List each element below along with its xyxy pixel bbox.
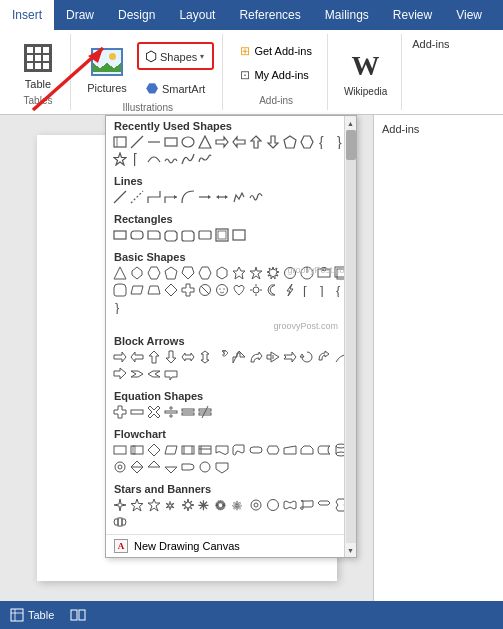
basic-shape-no[interactable]	[197, 282, 213, 298]
fc-stored-data[interactable]	[316, 442, 332, 458]
fc-loop-limit[interactable]	[299, 442, 315, 458]
ba-prev[interactable]	[146, 366, 162, 382]
basic-shape-9[interactable]	[248, 265, 264, 281]
fc-data[interactable]	[163, 442, 179, 458]
eq-plus[interactable]	[112, 404, 128, 420]
banner-wave[interactable]	[282, 497, 298, 513]
shape-freeform[interactable]	[231, 189, 247, 205]
ba-notched[interactable]	[282, 349, 298, 365]
fc-process[interactable]	[112, 442, 128, 458]
shape-snip-round[interactable]	[180, 227, 196, 243]
fc-manual-input[interactable]	[282, 442, 298, 458]
ba-lr[interactable]	[180, 349, 196, 365]
tab-insert[interactable]: Insert	[0, 0, 54, 30]
eq-times[interactable]	[146, 404, 162, 420]
star-16pt[interactable]: ❋	[231, 497, 247, 513]
new-drawing-canvas-button[interactable]: A New Drawing Canvas	[106, 534, 356, 557]
shape-rectangle[interactable]	[112, 227, 128, 243]
star-4pt[interactable]	[112, 497, 128, 513]
ba-quad[interactable]	[214, 349, 230, 365]
ba-right[interactable]	[112, 349, 128, 365]
shape-snip2-corner[interactable]	[163, 227, 179, 243]
star-6pt[interactable]	[146, 497, 162, 513]
get-addins-button[interactable]: ⊞ Get Add-ins	[233, 40, 318, 62]
basic-shape-2[interactable]	[129, 265, 145, 281]
fc-off-page[interactable]	[214, 459, 230, 475]
shape-elbow-arrow[interactable]	[163, 189, 179, 205]
basic-shape-cross[interactable]	[180, 282, 196, 298]
shape-oval[interactable]	[180, 134, 196, 150]
star-5pt[interactable]	[129, 497, 145, 513]
shape-curve[interactable]	[180, 151, 196, 167]
basic-shape-10[interactable]	[265, 265, 281, 281]
shape-scribble[interactable]	[248, 189, 264, 205]
shape-textbox[interactable]	[112, 134, 128, 150]
star-7pt[interactable]: ✶	[163, 497, 179, 513]
ba-ud[interactable]	[197, 349, 213, 365]
ba-down[interactable]	[163, 349, 179, 365]
fc-direct-access[interactable]	[112, 459, 128, 475]
basic-shape-heart[interactable]	[231, 282, 247, 298]
status-layout[interactable]	[70, 608, 86, 622]
basic-shape-trapezoid[interactable]	[146, 282, 162, 298]
shape-down-arrow[interactable]	[265, 134, 281, 150]
basic-shape-bolt[interactable]	[282, 282, 298, 298]
tab-references[interactable]: References	[227, 0, 312, 30]
basic-shape-5[interactable]	[180, 265, 196, 281]
shape-line-dashed[interactable]	[129, 189, 145, 205]
tab-layout[interactable]: Layout	[167, 0, 227, 30]
fc-preparation[interactable]	[265, 442, 281, 458]
star-32pt[interactable]	[265, 497, 281, 513]
basic-shape-14[interactable]	[112, 282, 128, 298]
tab-view[interactable]: View	[444, 0, 494, 30]
fc-sort[interactable]	[129, 459, 145, 475]
star-8pt[interactable]	[180, 497, 196, 513]
shape-squiggle[interactable]	[197, 151, 213, 167]
shape-star[interactable]	[112, 151, 128, 167]
scroll-up-button[interactable]: ▲	[345, 116, 357, 130]
basic-shape-smiley[interactable]	[214, 282, 230, 298]
basic-shape-moon[interactable]	[265, 282, 281, 298]
fc-alternate[interactable]	[129, 442, 145, 458]
basic-shape-12[interactable]	[316, 265, 332, 281]
shape-line-plain[interactable]	[112, 189, 128, 205]
shape-double-arrow-line[interactable]	[214, 189, 230, 205]
shape-rect-plain[interactable]	[231, 227, 247, 243]
ba-curved2[interactable]	[316, 349, 332, 365]
pictures-button[interactable]: Pictures	[81, 40, 133, 98]
tab-review[interactable]: Review	[381, 0, 444, 30]
shape-brace-left[interactable]: {	[316, 134, 332, 150]
star-10pt[interactable]: ✳	[197, 497, 213, 513]
eq-equal[interactable]	[180, 404, 196, 420]
basic-shape-6[interactable]	[197, 265, 213, 281]
shape-round-rect2[interactable]	[197, 227, 213, 243]
tab-draw[interactable]: Draw	[54, 0, 106, 30]
fc-terminator[interactable]	[248, 442, 264, 458]
shape-frame[interactable]	[214, 227, 230, 243]
shape-triangle[interactable]	[197, 134, 213, 150]
ba-left[interactable]	[129, 349, 145, 365]
shape-line[interactable]	[129, 134, 145, 150]
shape-right-arrow[interactable]	[214, 134, 230, 150]
my-addins-button[interactable]: ⊡ My Add-ins	[233, 64, 318, 86]
basic-shape-11[interactable]	[299, 265, 315, 281]
eq-divide[interactable]	[163, 404, 179, 420]
shape-bracket-right[interactable]: ]	[316, 282, 332, 298]
shape-arc[interactable]	[146, 151, 162, 167]
fc-merge[interactable]	[163, 459, 179, 475]
banner-scroll[interactable]	[299, 497, 315, 513]
eq-minus[interactable]	[129, 404, 145, 420]
basic-shape-1[interactable]	[112, 265, 128, 281]
table-button[interactable]: Table	[14, 36, 62, 94]
shape-up-arrow[interactable]	[248, 134, 264, 150]
fc-multi-doc[interactable]	[231, 442, 247, 458]
fc-extract[interactable]	[146, 459, 162, 475]
basic-shape-diamond[interactable]	[163, 282, 179, 298]
ba-circular[interactable]	[299, 349, 315, 365]
tab-mailings[interactable]: Mailings	[313, 0, 381, 30]
shape-arrow-line[interactable]	[197, 189, 213, 205]
ba-chevron[interactable]	[129, 366, 145, 382]
basic-shape-4[interactable]	[163, 265, 179, 281]
fc-predef[interactable]	[180, 442, 196, 458]
shape-curved-connector[interactable]	[180, 189, 196, 205]
